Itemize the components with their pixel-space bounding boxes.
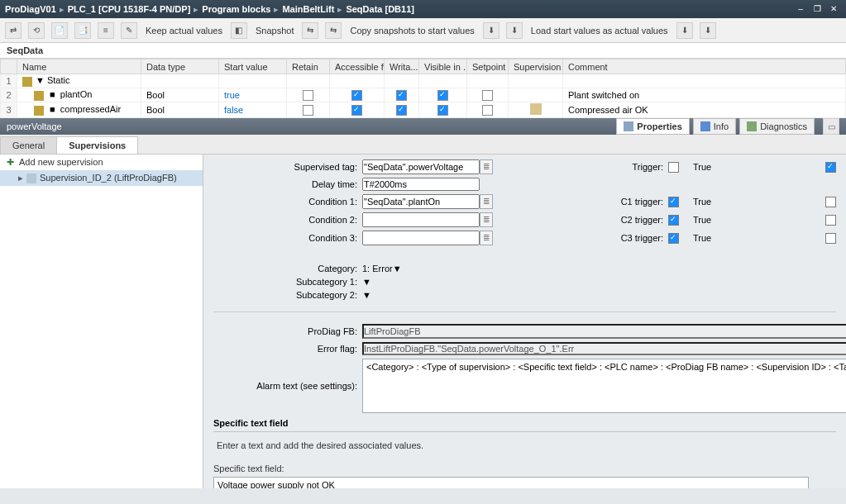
toolbar-icon[interactable]: ⬇ — [506, 22, 523, 39]
c1-false-check[interactable] — [825, 197, 836, 207]
crumb[interactable]: SeqData [DB11] — [346, 4, 414, 14]
col-writ[interactable]: Writa... — [385, 59, 419, 74]
cond2-input[interactable] — [362, 212, 480, 227]
crumb[interactable]: PLC_1 [CPU 1518F-4 PN/DP] — [68, 4, 191, 14]
keep-actual-values[interactable]: Keep actual values — [144, 26, 224, 36]
cond2-label: Condition 2: — [213, 215, 362, 225]
alarm-text-area[interactable]: <Category> : <Type of supervision> : <Sp… — [362, 359, 846, 413]
supervised-tag-label: Supervised tag: — [213, 162, 362, 172]
sub2-select[interactable]: ▼ — [362, 290, 544, 300]
checkbox-icon[interactable] — [303, 90, 313, 101]
col-cmt[interactable]: Comment — [563, 59, 846, 74]
errflag-input[interactable] — [362, 342, 846, 355]
table-row[interactable]: 2 ■ plantOnBooltruePlant switched on — [1, 88, 846, 102]
title-bar: ProDiagV01▸ PLC_1 [CPU 1518F-4 PN/DP]▸ P… — [0, 0, 846, 18]
snapshot-button[interactable]: Snapshot — [254, 26, 295, 36]
inspector-tabbar: General Supervisions — [0, 135, 846, 155]
checkbox-icon[interactable] — [351, 105, 362, 116]
sub2-label: Subcategory 2: — [213, 290, 362, 300]
toolbar-icon[interactable]: ⬇ — [676, 22, 693, 39]
checkbox-icon[interactable] — [437, 90, 448, 101]
col-setp[interactable]: Setpoint — [467, 59, 509, 74]
col-sup[interactable]: Supervision — [509, 59, 563, 74]
grid-header-row: Name Data type Start value Retain Access… — [1, 59, 846, 74]
cond3-label: Condition 3: — [213, 233, 362, 243]
inspector-aux-button[interactable]: ▭ — [823, 118, 839, 135]
sub1-select[interactable]: ▼ — [362, 277, 544, 287]
tab-info[interactable]: Info — [693, 118, 736, 135]
toolbar-icon[interactable]: ⬇ — [700, 22, 716, 39]
prodiag-fb-input[interactable] — [362, 324, 846, 339]
cond3-input[interactable] — [362, 231, 480, 245]
c2-false-check[interactable] — [825, 215, 836, 226]
minimize-button[interactable]: – — [793, 3, 808, 15]
toolbar-icon[interactable]: ⇆ — [325, 22, 342, 39]
crumb[interactable]: Program blocks — [202, 4, 270, 14]
checkbox-icon[interactable] — [437, 105, 448, 116]
tab-supervisions[interactable]: Supervisions — [56, 136, 138, 154]
trigger-true-check[interactable] — [668, 162, 679, 173]
toolbar-icon[interactable]: ≡ — [98, 22, 114, 39]
cond1-label: Condition 1: — [213, 197, 362, 207]
crumb[interactable]: MainBeltLift — [282, 4, 334, 14]
c3-true-check[interactable] — [668, 233, 679, 244]
table-row[interactable]: 3 ■ compressedAirBoolfalseCompressed air… — [1, 102, 846, 118]
toolbar-icon[interactable]: ✎ — [121, 22, 137, 39]
checkbox-icon[interactable] — [396, 105, 407, 116]
category-label: Category: — [213, 264, 362, 273]
col-name[interactable]: Name — [17, 59, 141, 74]
col-type[interactable]: Data type — [141, 59, 219, 74]
cond1-browse-button[interactable]: ≣ — [480, 194, 493, 209]
trigger-false-check[interactable] — [825, 162, 836, 173]
delay-label: Delay time: — [213, 179, 362, 189]
delay-input[interactable] — [362, 178, 480, 191]
toolbar-icon[interactable]: ⬇ — [483, 22, 499, 39]
c3-false-check[interactable] — [825, 233, 836, 244]
toolbar-icon[interactable]: ⟲ — [28, 22, 45, 39]
checkbox-icon[interactable] — [396, 90, 407, 101]
specific-text-input[interactable]: Voltage power supply not OK — [213, 477, 809, 488]
category-select[interactable]: 1: Error▼ — [362, 264, 544, 273]
col-vis[interactable]: Visible in ... — [419, 59, 467, 74]
supervised-tag-input[interactable] — [362, 159, 480, 174]
browse-tag-button[interactable]: ≣ — [480, 159, 493, 174]
copy-snapshots-button[interactable]: Copy snapshots to start values — [348, 26, 476, 36]
tab-properties[interactable]: Properties — [616, 118, 689, 135]
add-new-supervision[interactable]: Add new supervision — [0, 155, 203, 170]
toolbar-icon[interactable]: 📑 — [74, 22, 91, 39]
col-retain[interactable]: Retain — [287, 59, 330, 74]
inspector-bar: powerVoltage Properties Info Diagnostics… — [0, 118, 846, 135]
cond3-browse-button[interactable]: ≣ — [480, 231, 493, 245]
col-start[interactable]: Start value — [219, 59, 287, 74]
db-grid[interactable]: Name Data type Start value Retain Access… — [0, 59, 846, 118]
c3-trigger-label: C3 trigger: — [544, 233, 668, 243]
maximize-button[interactable]: ❐ — [810, 3, 824, 15]
load-start-values-button[interactable]: Load start values as actual values — [529, 26, 670, 36]
crumb[interactable]: ProDiagV01 — [5, 4, 56, 14]
cond1-input[interactable] — [362, 194, 480, 209]
tab-diagnostics[interactable]: Diagnostics — [739, 118, 815, 135]
specific-text-label: Specific text field: — [213, 464, 836, 473]
checkbox-icon[interactable] — [482, 90, 493, 101]
c2-true-check[interactable] — [668, 215, 679, 226]
toolbar-icon[interactable]: ⇄ — [5, 22, 22, 39]
tab-general[interactable]: General — [0, 136, 57, 154]
col-num — [1, 59, 17, 74]
supervision-node[interactable]: Supervision_ID_2 (LiftProDiagFB) — [0, 170, 203, 186]
snapshot-icon[interactable]: ◧ — [231, 22, 247, 39]
chevron-down-icon: ▼ — [393, 264, 402, 273]
checkbox-icon[interactable] — [303, 105, 313, 116]
specific-text-hint: Enter a text and add the desired associa… — [217, 440, 836, 450]
sub1-label: Subcategory 1: — [213, 277, 362, 287]
close-button[interactable]: ✕ — [826, 3, 841, 15]
cond2-browse-button[interactable]: ≣ — [480, 212, 493, 227]
toolbar-icon[interactable]: 📄 — [51, 22, 68, 39]
chevron-down-icon: ▼ — [362, 290, 371, 300]
col-acc[interactable]: Accessible f... — [330, 59, 385, 74]
c1-true-check[interactable] — [668, 197, 679, 207]
checkbox-icon[interactable] — [351, 90, 362, 101]
checkbox-icon[interactable] — [482, 105, 493, 116]
table-row[interactable]: 1▼ Static — [1, 74, 846, 88]
supervision-icon — [530, 103, 542, 115]
toolbar-icon[interactable]: ⇆ — [302, 22, 318, 39]
